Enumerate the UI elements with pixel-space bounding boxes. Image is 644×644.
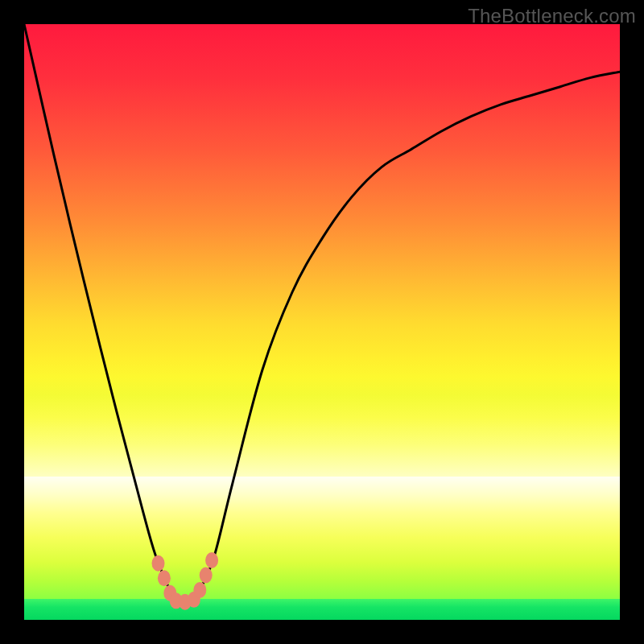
curve-marker bbox=[158, 570, 171, 586]
curve-marker bbox=[205, 552, 218, 568]
chart-frame: TheBottleneck.com bbox=[0, 0, 644, 644]
curve-layer bbox=[24, 24, 620, 620]
curve-marker bbox=[193, 582, 206, 598]
curve-marker bbox=[200, 568, 213, 584]
curve-marker bbox=[152, 555, 165, 572]
bottleneck-curve bbox=[24, 24, 620, 602]
watermark-text: TheBottleneck.com bbox=[468, 5, 636, 27]
curve-markers bbox=[152, 552, 219, 610]
plot-area bbox=[24, 24, 620, 620]
